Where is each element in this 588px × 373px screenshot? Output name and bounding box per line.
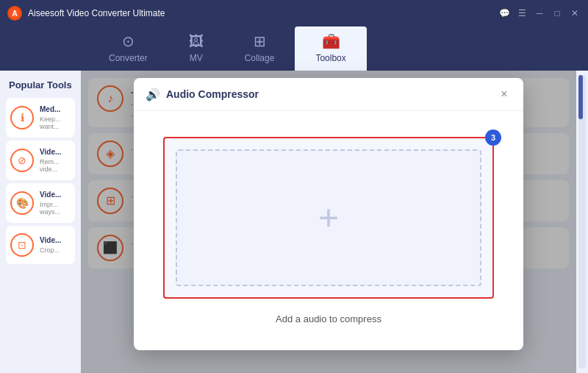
sidebar: Popular Tools ℹ Med... Keep...want... ⊘ … (0, 71, 81, 373)
chat-icon[interactable]: 💬 (498, 7, 510, 19)
app-logo: A (7, 6, 22, 21)
nav-tabs: ⊙ Converter 🖼 MV ⊞ Collage 🧰 Toolbox (0, 26, 588, 71)
audio-compressor-icon: 🔊 (146, 88, 160, 102)
drop-zone-container: 3 + (163, 137, 494, 299)
maximize-icon[interactable]: □ (551, 7, 563, 19)
sidebar-item-label: Vide... (40, 191, 61, 199)
collage-icon: ⊞ (254, 32, 266, 50)
app-title: Aiseesoft Video Converter Ultimate (28, 8, 498, 18)
watermark-icon: ⊘ (10, 149, 34, 172)
modal-body: 3 + Add a audio to compress (134, 111, 523, 350)
add-icon: + (318, 200, 339, 235)
content-area: ♪ ...sor ...dio files to the...u need ◈ … (81, 71, 576, 373)
modal-overlay: 🔊 Audio Compressor × 3 + Add a audi (81, 71, 576, 373)
enhancer-icon: 🎨 (10, 191, 34, 215)
converter-icon: ⊙ (122, 32, 135, 50)
scrollbar[interactable] (578, 75, 586, 369)
tab-mv[interactable]: 🖼 MV (168, 27, 224, 71)
crop-icon: ⊡ (10, 233, 34, 257)
sidebar-title: Popular Tools (6, 79, 75, 90)
scrollbar-thumb[interactable] (578, 75, 583, 119)
sidebar-item-label: Med... (40, 105, 61, 114)
tab-collage[interactable]: ⊞ Collage (224, 26, 295, 71)
toolbox-icon: 🧰 (322, 32, 340, 50)
mv-icon: 🖼 (189, 33, 204, 50)
menu-icon[interactable]: ☰ (516, 7, 528, 19)
minimize-icon[interactable]: ─ (534, 7, 545, 19)
tab-toolbox[interactable]: 🧰 Toolbox (295, 26, 366, 71)
tab-converter[interactable]: ⊙ Converter (88, 26, 168, 71)
main-content: Popular Tools ℹ Med... Keep...want... ⊘ … (0, 71, 588, 373)
sidebar-item-label: Vide... (40, 148, 61, 157)
file-count-badge: 3 (485, 129, 501, 146)
audio-compressor-modal: 🔊 Audio Compressor × 3 + Add a audi (134, 78, 523, 350)
close-icon[interactable]: ✕ (569, 7, 581, 19)
info-icon: ℹ (10, 106, 34, 129)
sidebar-item-video-cropper[interactable]: ⊡ Vide... Crop... (6, 226, 75, 264)
sidebar-item-video-watermark[interactable]: ⊘ Vide... Rem...vide... (6, 141, 75, 180)
modal-title: Audio Compressor (166, 88, 491, 100)
sidebar-item-media-metadata[interactable]: ℹ Med... Keep...want... (6, 98, 75, 138)
drop-zone-label: Add a audio to compress (276, 313, 381, 324)
sidebar-item-video-enhancer[interactable]: 🎨 Vide... Impr...ways... (6, 183, 75, 223)
window-controls: 💬 ☰ ─ □ ✕ (498, 7, 581, 19)
modal-header: 🔊 Audio Compressor × (134, 78, 523, 111)
sidebar-item-label: Vide... (40, 236, 61, 245)
modal-close-button[interactable]: × (497, 87, 512, 102)
drop-zone[interactable]: + (163, 137, 494, 299)
titlebar: A Aiseesoft Video Converter Ultimate 💬 ☰… (0, 0, 588, 26)
drop-zone-inner: + (176, 149, 481, 286)
